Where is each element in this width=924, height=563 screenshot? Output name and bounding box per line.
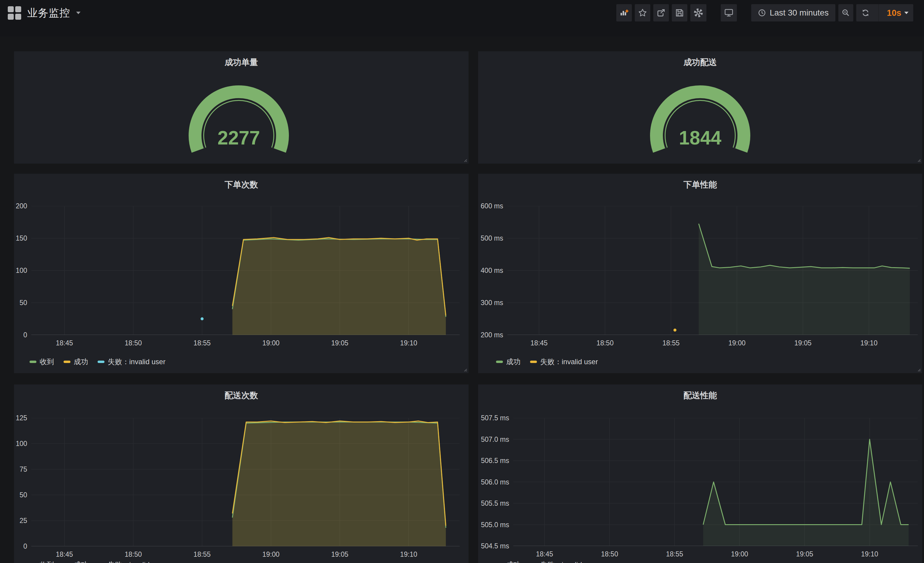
x-axis-label: 18:45 (525, 550, 564, 558)
panel-title[interactable]: 配送次数 (14, 390, 469, 401)
gauge: 1844 (644, 84, 757, 174)
y-axis-label: 504.5 ms (478, 542, 509, 550)
time-range-button[interactable]: Last 30 minutes (751, 4, 836, 21)
y-axis-label: 200 ms (478, 331, 503, 339)
x-axis-label: 19:05 (321, 551, 359, 558)
chart-plot[interactable] (32, 418, 460, 546)
panel-title[interactable]: 成功单量 (14, 57, 469, 68)
y-axis-label: 50 (14, 491, 27, 499)
y-axis-label: 125 (14, 414, 27, 422)
x-axis-label: 18:50 (590, 550, 629, 558)
share-button[interactable] (653, 4, 669, 21)
legend-label: 收到 (40, 357, 54, 366)
zoom-out-button[interactable] (838, 4, 853, 21)
chart-legend: 成功失败：invalid user (496, 560, 598, 563)
series-fill (699, 224, 910, 335)
time-range-label: Last 30 minutes (770, 8, 829, 18)
panel-resize-handle[interactable] (916, 158, 921, 162)
legend-item[interactable]: 收到 (30, 560, 54, 563)
x-axis-label: 18:50 (114, 551, 153, 558)
x-axis-label: 19:10 (850, 550, 889, 558)
x-axis-label: 19:10 (389, 551, 428, 558)
grid-square (8, 14, 14, 20)
x-axis-label: 19:10 (389, 339, 428, 347)
x-axis-label: 19:05 (785, 550, 824, 558)
legend-item[interactable]: 收到 (30, 357, 54, 366)
series-fill (703, 440, 909, 546)
legend-swatch (64, 360, 70, 363)
chart-legend: 收到成功失败：invalid user (30, 560, 165, 563)
button-divider (878, 4, 879, 21)
legend-item[interactable]: 失败：invalid user (98, 357, 165, 366)
y-axis-label: 500 ms (478, 234, 503, 242)
refresh-icon (861, 8, 870, 17)
save-button[interactable] (672, 4, 687, 21)
legend-item[interactable]: 成功 (64, 357, 88, 366)
legend-label: 成功 (74, 560, 88, 563)
x-axis-label: 18:55 (655, 550, 694, 558)
star-button[interactable] (635, 4, 650, 21)
legend-item[interactable]: 失败：invalid user (98, 560, 165, 563)
toolbar-spacer (710, 13, 718, 13)
legend-label: 成功 (506, 560, 520, 563)
panel-resize-handle[interactable] (463, 368, 467, 372)
y-axis-label: 505.0 ms (478, 521, 509, 528)
y-axis-label: 507.5 ms (478, 414, 509, 422)
chart-legend: 成功失败：invalid user (496, 357, 598, 366)
series-fill (232, 421, 446, 546)
panel-title[interactable]: 成功配送 (478, 57, 922, 68)
chart-plot[interactable] (32, 206, 460, 335)
panel-delivery-count: 配送次数 125100755025018:4518:5018:5519:0019… (14, 384, 469, 563)
legend-label: 失败：invalid user (540, 560, 598, 563)
x-axis-label: 18:55 (183, 551, 222, 558)
x-axis-label: 18:55 (651, 339, 690, 347)
x-axis-label: 18:55 (183, 339, 222, 347)
series-fill (232, 238, 446, 335)
x-axis-label: 19:00 (252, 551, 290, 558)
add-panel-button[interactable] (616, 4, 632, 21)
y-axis-label: 300 ms (478, 299, 503, 306)
grid-square (15, 6, 21, 12)
x-axis-label: 19:05 (321, 339, 359, 347)
panel-title[interactable]: 下单次数 (14, 179, 469, 191)
apps-grid-icon[interactable] (8, 6, 21, 20)
y-axis-label: 100 (14, 267, 27, 274)
legend-swatch (530, 360, 537, 363)
legend-item[interactable]: 成功 (64, 560, 88, 563)
y-axis-label: 200 (14, 202, 27, 210)
grid-square (15, 14, 21, 20)
legend-label: 成功 (74, 357, 88, 366)
panel-delivery-performance: 配送性能 507.5 ms507.0 ms506.5 ms506.0 ms505… (478, 384, 922, 563)
legend-item[interactable]: 失败：invalid user (530, 357, 598, 366)
legend-swatch (496, 360, 503, 363)
y-axis-label: 505.5 ms (478, 499, 509, 507)
tv-mode-button[interactable] (721, 4, 737, 21)
refresh-button[interactable]: 10s (856, 4, 913, 21)
refresh-now-segment[interactable] (856, 4, 875, 21)
x-axis-label: 18:50 (114, 339, 153, 347)
tv-icon (724, 8, 734, 18)
chart-plot[interactable] (507, 206, 918, 335)
x-axis-label: 19:00 (252, 339, 290, 347)
dashboard-title[interactable]: 业务监控 (27, 6, 70, 20)
y-axis-label: 0 (14, 331, 27, 339)
legend-item[interactable]: 失败：invalid user (530, 560, 598, 563)
clock-icon (758, 9, 766, 17)
panel-resize-handle[interactable] (463, 158, 467, 162)
chart-plot[interactable] (513, 418, 918, 546)
panel-title[interactable]: 下单性能 (478, 179, 922, 191)
x-axis-label: 19:00 (717, 339, 756, 347)
refresh-interval-dropdown[interactable]: 10s (882, 4, 913, 21)
legend-item[interactable]: 成功 (496, 560, 520, 563)
y-axis-label: 25 (14, 517, 27, 524)
dashboard-breadcrumb[interactable]: 业务监控 (8, 3, 81, 23)
panel-resize-handle[interactable] (916, 368, 921, 372)
y-axis-label: 50 (14, 299, 27, 306)
settings-button[interactable] (690, 4, 706, 21)
panel-title[interactable]: 配送性能 (478, 390, 922, 401)
y-axis-label: 75 (14, 465, 27, 473)
legend-item[interactable]: 成功 (496, 357, 520, 366)
gauge-value: 1844 (679, 127, 722, 149)
series-point (673, 329, 676, 332)
y-axis-label: 0 (14, 542, 27, 550)
